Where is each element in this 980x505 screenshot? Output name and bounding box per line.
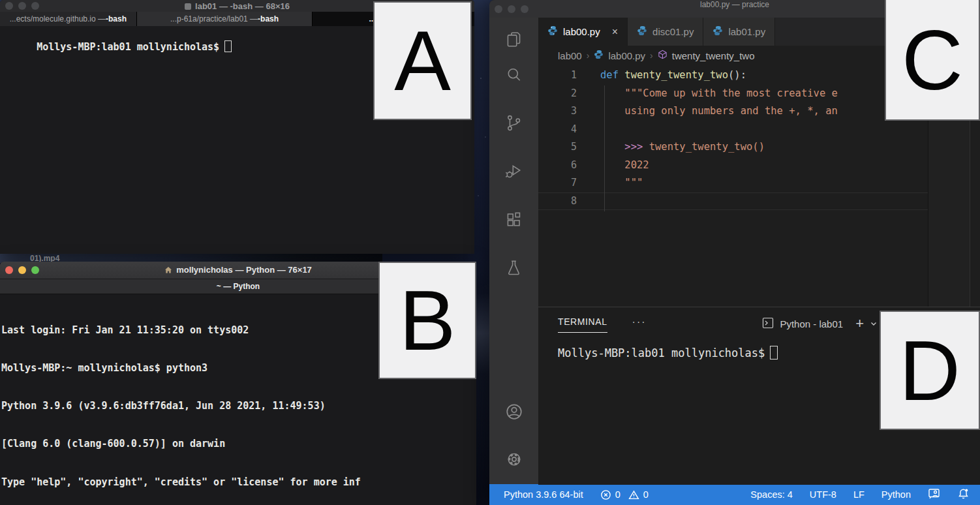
tab-label: lab01.py	[728, 26, 765, 37]
chevron-down-icon[interactable]	[870, 318, 878, 329]
accounts-button[interactable]	[489, 402, 538, 424]
status-bar: Python 3.9.6 64-bit 0 0 Spaces: 4 UTF-8 …	[489, 484, 980, 505]
gear-icon	[504, 450, 524, 472]
chevron-right-icon: ›	[587, 50, 590, 61]
terminal-icon	[762, 317, 774, 331]
breadcrumb-symbol[interactable]: twenty_twenty_two	[672, 50, 755, 61]
desktop: 01).mp4 lab01 — -bash — 68×16 ...ects/mo…	[0, 0, 980, 505]
shell-prompt: Mollys-MBP:lab01 mollynicholas$	[37, 41, 219, 53]
tab-label-bold: -bash	[106, 14, 127, 23]
label-d: D	[880, 311, 980, 430]
feedback-icon[interactable]	[928, 487, 940, 502]
extensions-button[interactable]	[489, 196, 538, 245]
terminal-line: Type "help", "copyright", "credits" or "…	[1, 476, 476, 489]
indent-guide	[604, 85, 605, 211]
indentation-status[interactable]: Spaces: 4	[750, 489, 793, 500]
source-control-icon	[504, 114, 523, 135]
account-icon	[504, 402, 524, 424]
run-debug-button[interactable]	[489, 148, 538, 196]
more-actions-icon[interactable]: ···	[632, 316, 647, 333]
python-interpreter-status[interactable]: Python 3.9.6 64-bit	[504, 489, 583, 500]
search-button[interactable]	[489, 52, 538, 100]
search-icon	[504, 65, 523, 87]
python-icon	[594, 50, 604, 61]
new-terminal-button[interactable]: +	[855, 315, 864, 332]
language-mode-status[interactable]: Python	[881, 489, 911, 500]
symbol-cube-icon	[658, 50, 667, 61]
settings-button[interactable]	[489, 450, 538, 472]
tab-lab01[interactable]: lab01.py	[703, 18, 775, 46]
explorer-button[interactable]	[489, 18, 538, 52]
label-a: A	[373, 1, 472, 120]
python-icon	[712, 25, 723, 38]
terminal-line: [Clang 6.0 (clang-600.0.57)] on darwin	[1, 438, 476, 450]
tab-label: ...p-61a/practice/lab01 —	[170, 14, 258, 23]
extensions-icon	[504, 210, 523, 232]
problems-status[interactable]: 0 0	[600, 489, 649, 500]
breadcrumb-folder[interactable]: lab00	[558, 50, 582, 61]
terminal-tab-molecule[interactable]: ...ects/molecule.github.io — -bash	[0, 12, 137, 26]
debug-icon	[504, 162, 523, 183]
terminal-tab-lab01[interactable]: ...p-61a/practice/lab01 — -bash	[137, 12, 313, 26]
home-icon	[164, 266, 172, 276]
chevron-right-icon: ›	[650, 50, 653, 61]
python-icon	[637, 25, 647, 38]
terminal-cursor	[770, 346, 778, 360]
terminal-selector[interactable]: Python - lab01	[780, 318, 843, 329]
encoding-status[interactable]: UTF-8	[810, 489, 836, 500]
label-b: B	[378, 262, 476, 379]
files-icon	[504, 30, 523, 52]
close-icon[interactable]: ×	[612, 26, 618, 38]
tab-label: ...ects/molecule.github.io —	[10, 14, 106, 23]
tab-lab00[interactable]: lab00.py ×	[538, 18, 628, 46]
warning-count: 0	[643, 489, 649, 500]
terminal-cursor	[224, 40, 232, 52]
beaker-icon	[504, 258, 523, 280]
notifications-bell-icon[interactable]	[957, 487, 970, 502]
error-count: 0	[615, 489, 620, 500]
terminal-b-tab-label: ~ — Python	[217, 282, 260, 291]
shell-prompt: Mollys-MBP:lab01 mollynicholas$	[558, 346, 765, 360]
eol-status[interactable]: LF	[853, 489, 865, 500]
tab-label-bold: -bash	[258, 14, 279, 23]
tab-label: lab00.py	[563, 26, 600, 37]
window-proxy-icon	[185, 3, 191, 10]
terminal-line: Python 3.9.6 (v3.9.6:db3ff76da1, Jun 28 …	[1, 400, 476, 412]
tab-terminal[interactable]: TERMINAL	[558, 316, 607, 333]
tab-disc01[interactable]: disc01.py	[628, 18, 703, 46]
tab-label: disc01.py	[652, 26, 694, 37]
testing-button[interactable]	[489, 245, 538, 293]
breadcrumb-file[interactable]: lab00.py	[608, 50, 645, 61]
source-control-button[interactable]	[489, 100, 538, 148]
label-c: C	[885, 0, 980, 121]
activity-bar	[489, 18, 538, 484]
python-icon	[547, 25, 558, 38]
